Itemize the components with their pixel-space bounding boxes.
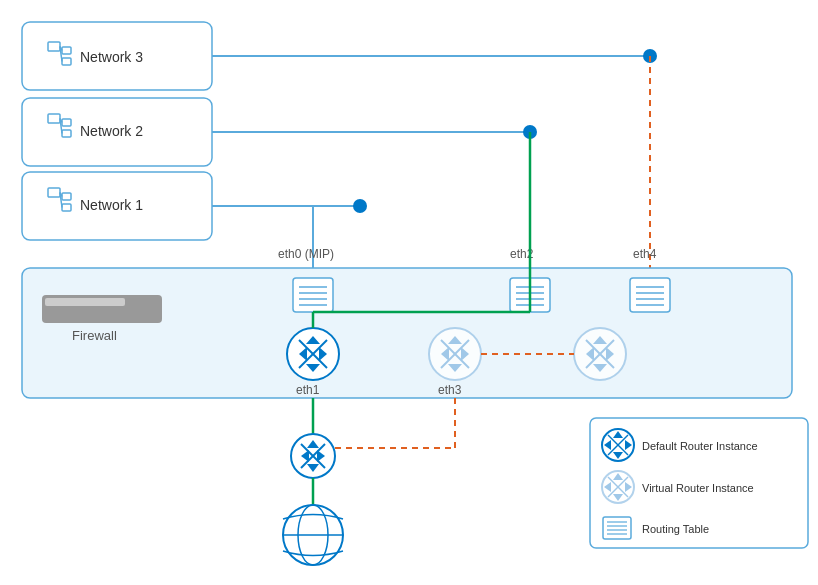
legend-routing-table-icon xyxy=(603,517,631,539)
routing-table-eth4 xyxy=(630,278,670,312)
firewall-box xyxy=(22,268,792,398)
firewall-device-bar xyxy=(45,298,125,306)
network2-label: Network 2 xyxy=(80,123,143,139)
main-diagram: Network 3 Network 2 Network 1 eth0 (MIP)… xyxy=(0,0,818,585)
network1-label: Network 1 xyxy=(80,197,143,213)
eth1-label: eth1 xyxy=(296,383,320,397)
routing-table-eth0 xyxy=(293,278,333,312)
legend-default-router-label: Default Router Instance xyxy=(642,440,758,452)
net1-dot xyxy=(353,199,367,213)
legend-virtual-router-label: Virtual Router Instance xyxy=(642,482,754,494)
legend-routing-table-label: Routing Table xyxy=(642,523,709,535)
firewall-label: Firewall xyxy=(72,328,117,343)
eth4-label: eth4 xyxy=(633,247,657,261)
eth3-label: eth3 xyxy=(438,383,462,397)
network3-label: Network 3 xyxy=(80,49,143,65)
eth0-mip-label: eth0 (MIP) xyxy=(278,247,334,261)
